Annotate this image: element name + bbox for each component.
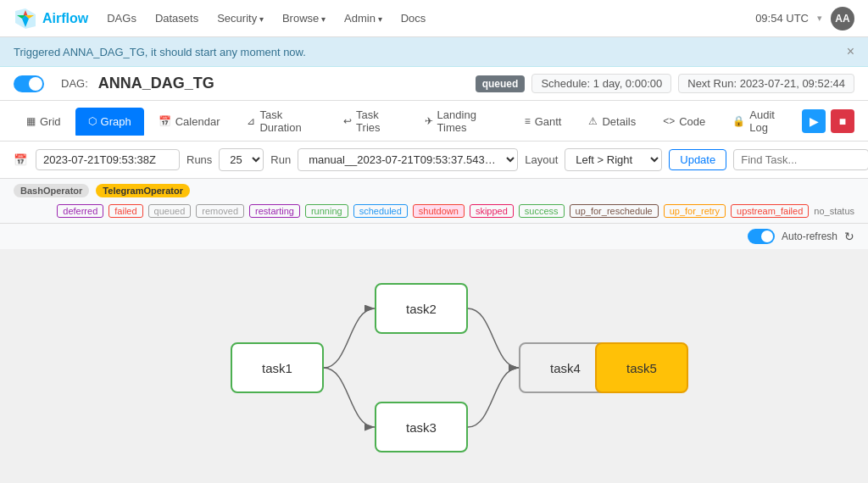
date-input[interactable] <box>36 149 180 170</box>
toolbar: 📅 Runs 251050 Run manual__2023-07-21T09:… <box>0 142 868 179</box>
tab-details[interactable]: ⚠ Details <box>576 108 648 136</box>
task-node-task3[interactable]: task3 <box>375 402 468 452</box>
nav-docs[interactable]: Docs <box>392 7 435 30</box>
status-shutdown[interactable]: shutdown <box>413 204 465 218</box>
task4-label: task4 <box>550 361 581 375</box>
clock-display: 09:54 UTC <box>755 12 809 25</box>
task3-label: task3 <box>406 420 437 435</box>
operator-bash[interactable]: BashOperator <box>14 184 89 197</box>
status-restarting[interactable]: restarting <box>249 204 300 218</box>
gantt-icon: ≡ <box>525 115 531 127</box>
tab-gantt-label: Gantt <box>535 115 562 128</box>
dag-meta: queued Schedule: 1 day, 0:00:00 Next Run… <box>476 74 854 93</box>
run-dag-button[interactable]: ▶ <box>802 109 826 133</box>
tab-task-duration[interactable]: ⊿ Task Duration <box>234 101 329 142</box>
brand[interactable]: Airflow <box>14 7 88 31</box>
search-input[interactable] <box>733 149 868 170</box>
grid-icon: ▦ <box>26 115 36 127</box>
tab-code[interactable]: <> Code <box>650 108 718 136</box>
audit-icon: 🔒 <box>732 115 745 127</box>
status-deferred[interactable]: deferred <box>57 204 103 218</box>
tab-audit-log[interactable]: 🔒 Audit Log <box>720 101 800 142</box>
update-button[interactable]: Update <box>669 149 726 170</box>
nav-items: DAGs Datasets Security Browse Admin Docs <box>98 7 755 30</box>
tab-calendar[interactable]: 📅 Calendar <box>146 108 233 136</box>
dag-toggle <box>14 75 44 92</box>
status-up-reschedule[interactable]: up_for_reschedule <box>570 204 659 218</box>
operator-telegram[interactable]: TelegramOperator <box>96 184 190 197</box>
tab-details-label: Details <box>602 115 636 128</box>
tab-graph[interactable]: ⬡ Graph <box>75 108 144 136</box>
status-bar: BashOperator TelegramOperator deferred f… <box>0 179 868 224</box>
nav-browse[interactable]: Browse <box>274 7 334 30</box>
nav-security[interactable]: Security <box>209 7 272 30</box>
tab-grid[interactable]: ▦ Grid <box>14 108 74 136</box>
dag-name: ANNA_DAG_TG <box>98 75 214 92</box>
task5-label: task5 <box>626 361 657 375</box>
tab-code-label: Code <box>679 115 705 128</box>
runs-label: Runs <box>186 153 212 166</box>
calendar-small-icon: 📅 <box>14 153 27 166</box>
task-node-task1[interactable]: task1 <box>231 342 324 393</box>
view-tabs: ▦ Grid ⬡ Graph 📅 Calendar ⊿ Task Duratio… <box>0 101 868 142</box>
tab-landing-label: Landing Times <box>437 108 498 134</box>
graph-wrapper: task1 task2 task3 task4 task5 <box>180 266 688 483</box>
autorefresh-toggle[interactable] <box>748 229 775 244</box>
tab-actions: ▶ ■ <box>802 109 854 133</box>
nav-admin[interactable]: Admin <box>336 7 391 30</box>
autorefresh-label: Auto-refresh <box>782 230 837 242</box>
status-scheduled[interactable]: scheduled <box>353 204 408 218</box>
tab-graph-label: Graph <box>101 115 131 128</box>
layout-label: Layout <box>525 153 558 166</box>
page-header: DAG: ANNA_DAG_TG queued Schedule: 1 day,… <box>0 67 868 101</box>
airflow-logo <box>14 7 37 31</box>
status-no-status: no_status <box>814 206 854 216</box>
status-skipped[interactable]: skipped <box>470 204 514 218</box>
dag-schedule: Schedule: 1 day, 0:00:00 <box>531 74 671 93</box>
runs-select[interactable]: 251050 <box>219 148 264 171</box>
tab-task-tries[interactable]: ↩ Task Tries <box>331 101 410 142</box>
status-queued[interactable]: queued <box>148 204 192 218</box>
graph-area: Auto-refresh ↻ <box>0 224 868 483</box>
nav-dags[interactable]: DAGs <box>98 7 145 30</box>
calendar-icon: 📅 <box>159 115 171 127</box>
tab-tries-label: Task Tries <box>356 108 398 134</box>
status-running[interactable]: running <box>305 204 348 218</box>
layout-select[interactable]: Left > Right Top > Bottom <box>565 148 662 171</box>
task1-label: task1 <box>262 361 292 375</box>
dag-status-badge: queued <box>476 75 526 92</box>
timezone-arrow: ▾ <box>817 13 822 24</box>
task-node-task5[interactable]: task5 <box>595 342 688 393</box>
task-node-task2[interactable]: task2 <box>375 283 468 334</box>
status-upstream-failed[interactable]: upstream_failed <box>731 204 809 218</box>
autorefresh-bar: Auto-refresh ↻ <box>0 224 868 249</box>
tab-landing-times[interactable]: ✈ Landing Times <box>412 101 510 142</box>
dag-toggle-switch[interactable] <box>14 75 44 92</box>
status-legend: deferred failed queued removed restartin… <box>57 204 854 218</box>
nav-datasets[interactable]: Datasets <box>147 7 207 30</box>
user-avatar[interactable]: AA <box>831 7 854 31</box>
tab-gantt[interactable]: ≡ Gantt <box>512 108 575 136</box>
tab-grid-label: Grid <box>40 115 61 128</box>
dag-next-run: Next Run: 2023-07-21, 09:52:44 <box>678 74 854 93</box>
status-success[interactable]: success <box>519 204 565 218</box>
graph-icon: ⬡ <box>88 115 97 127</box>
tab-audit-label: Audit Log <box>749 108 787 134</box>
status-failed[interactable]: failed <box>108 204 142 218</box>
code-icon: <> <box>663 115 675 127</box>
alert-message: Triggered ANNA_DAG_TG, it should start a… <box>14 46 306 58</box>
task2-label: task2 <box>406 302 437 316</box>
refresh-icon[interactable]: ↻ <box>844 230 854 243</box>
alert-close-button[interactable]: × <box>847 44 854 59</box>
navbar-right: 09:54 UTC ▾ AA <box>755 7 854 31</box>
duration-icon: ⊿ <box>247 115 255 127</box>
run-select[interactable]: manual__2023-07-21T09:53:37.543935+00:00 <box>298 148 518 171</box>
status-removed[interactable]: removed <box>196 204 244 218</box>
status-up-retry[interactable]: up_for_retry <box>664 204 726 218</box>
tries-icon: ↩ <box>343 115 352 127</box>
dag-label: DAG: <box>61 77 88 90</box>
navbar: Airflow DAGs Datasets Security Browse Ad… <box>0 0 868 37</box>
details-icon: ⚠ <box>588 115 598 127</box>
alert-banner: Triggered ANNA_DAG_TG, it should start a… <box>0 37 868 67</box>
stop-dag-button[interactable]: ■ <box>831 109 854 133</box>
